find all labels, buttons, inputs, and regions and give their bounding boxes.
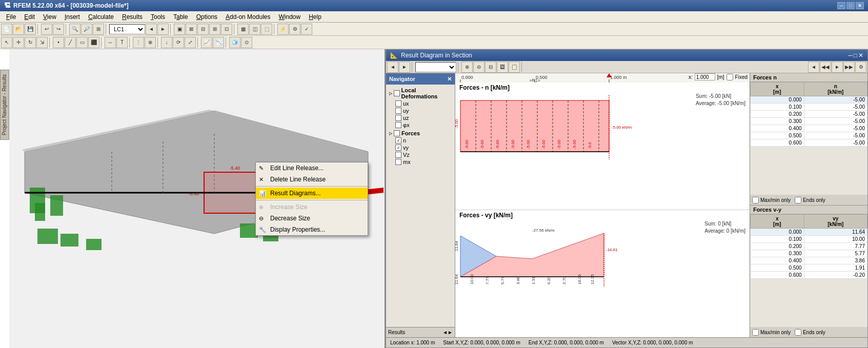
menu-addon[interactable]: Add-on Modules (221, 12, 274, 22)
menu-edit[interactable]: Edit (20, 12, 39, 22)
x-input[interactable] (695, 73, 715, 80)
ctx-decrease-size[interactable]: ⊖ Decrease Size (256, 213, 368, 224)
tb-render-5[interactable]: ⊡ (221, 24, 232, 35)
vy-checkbox[interactable]: ✓ (395, 145, 401, 151)
result-minimize[interactable]: ─ (848, 52, 853, 59)
lc-dropdown[interactable]: LC1 (109, 24, 145, 34)
expand-forces-icon[interactable]: ▷ (389, 131, 392, 136)
ux-checkbox[interactable] (395, 100, 401, 107)
uz-checkbox[interactable] (395, 115, 401, 121)
n-ends-checkbox[interactable] (795, 197, 801, 203)
n-maxmin-checkbox[interactable] (752, 197, 759, 203)
result-close[interactable]: ✕ (858, 52, 863, 59)
tb-zoom-out[interactable]: 🔎 (81, 24, 92, 35)
tb-3d-2[interactable]: ⊙ (241, 37, 252, 48)
tb-load-3[interactable]: ⤢ (185, 37, 196, 48)
fixed-checkbox[interactable] (726, 74, 733, 80)
phix-checkbox[interactable] (395, 122, 401, 128)
tb-load-1[interactable]: ↓ (161, 37, 172, 48)
tb-grid[interactable]: ⋮ (133, 37, 144, 48)
tb-line[interactable]: ╱ (65, 37, 76, 48)
tb-snap[interactable]: ⊕ (145, 37, 156, 48)
tb-result-1[interactable]: 📈 (201, 37, 212, 48)
deform-checkbox[interactable] (394, 90, 400, 96)
tb-rotate[interactable]: ↻ (25, 37, 36, 48)
minimize-button[interactable]: ─ (837, 2, 845, 9)
tb-render-1[interactable]: ▣ (174, 24, 185, 35)
tb-move[interactable]: ✛ (13, 37, 24, 48)
tb-dimension[interactable]: ↔ (105, 37, 116, 48)
ctx-delete-line-release[interactable]: ✕ Delete Line Release (256, 174, 368, 185)
close-button[interactable]: ✕ (856, 2, 864, 9)
tb-result-2[interactable]: 📉 (213, 37, 224, 48)
tb-scale[interactable]: ⇲ (36, 37, 48, 48)
rt-zoom1[interactable]: ⊕ (461, 62, 473, 73)
menu-calculate[interactable]: Calculate (84, 12, 118, 22)
tb-render-4[interactable]: ⊞ (209, 24, 220, 35)
tb-render-3[interactable]: ⊟ (197, 24, 209, 35)
tb-prev-lc[interactable]: ◄ (146, 24, 157, 35)
menu-table[interactable]: Table (169, 12, 192, 22)
navigator-close[interactable]: ✕ (447, 76, 452, 83)
tb-save[interactable]: 💾 (25, 24, 36, 35)
ctx-result-diagrams[interactable]: 📊 Result Diagrams... (256, 188, 368, 199)
vy-ends-checkbox[interactable] (795, 329, 801, 336)
forces-checkbox[interactable] (394, 130, 400, 136)
tb-calc-3[interactable]: ✓ (301, 24, 312, 35)
project-nav-tab[interactable]: Project Navigator - Results (0, 70, 9, 140)
menu-help[interactable]: Help (305, 12, 326, 22)
rt-export-img[interactable]: 🖼 (497, 62, 508, 73)
rt-settings[interactable]: ⚙ (855, 62, 866, 73)
data-n-scroll[interactable]: x[m] n[kN/m] 0.000-5.000.100-5.000.200-5… (750, 82, 867, 195)
menu-view[interactable]: View (39, 12, 60, 22)
tb-3d-1[interactable]: 🧊 (229, 37, 240, 48)
tb-undo[interactable]: ↩ (41, 24, 52, 35)
results-tab-label[interactable]: Results (388, 330, 442, 335)
menu-window[interactable]: Window (274, 12, 305, 22)
n-checkbox[interactable]: ✓ (395, 137, 401, 144)
tb-text[interactable]: T (116, 37, 128, 48)
tb-view-3[interactable]: ⬚ (261, 24, 272, 35)
tb-node[interactable]: • (53, 37, 64, 48)
tb-load-2[interactable]: ⟳ (173, 37, 184, 48)
rt-nav-prev[interactable]: ◄ (808, 62, 819, 73)
rt-next[interactable]: ► (399, 62, 410, 73)
rt-export-xls[interactable]: 📋 (509, 62, 520, 73)
rt-nav-next[interactable]: ► (832, 62, 843, 73)
expand-deform-icon[interactable]: ▷ (389, 91, 392, 96)
rt-prev[interactable]: ◄ (387, 62, 398, 73)
ctx-edit-line-release[interactable]: ✎ Edit Line Release... (256, 162, 368, 174)
tb-solid[interactable]: ⬛ (88, 37, 99, 48)
maximize-button[interactable]: □ (846, 2, 855, 9)
tb-select[interactable]: ↖ (1, 37, 12, 48)
ctx-display-properties[interactable]: 🔧 Display Properties... (256, 224, 368, 235)
scene-3d[interactable]: -5.40 -5.40 ✎ Edit Line Release.. (9, 49, 385, 348)
menu-results[interactable]: Results (118, 12, 147, 22)
tb-view-1[interactable]: ▦ (237, 24, 249, 35)
tb-surface[interactable]: ▭ (76, 37, 88, 48)
vz-checkbox[interactable] (395, 152, 401, 158)
tb-view-2[interactable]: ◫ (249, 24, 260, 35)
rt-nav-prev2[interactable]: ◀◀ (820, 62, 831, 73)
rt-section-select[interactable] (415, 62, 456, 72)
menu-insert[interactable]: Insert (60, 12, 84, 22)
tb-next-lc[interactable]: ► (157, 24, 169, 35)
rt-nav-next2[interactable]: ▶▶ (843, 62, 855, 73)
rt-zoom3[interactable]: ⊟ (485, 62, 496, 73)
tb-calc-2[interactable]: ⚙ (289, 24, 300, 35)
rt-zoom2[interactable]: ⊖ (473, 62, 485, 73)
menu-options[interactable]: Options (192, 12, 221, 22)
tb-redo[interactable]: ↪ (53, 24, 64, 35)
tb-new[interactable]: 📄 (1, 24, 12, 35)
nav-next-arrow[interactable]: ► (448, 330, 453, 335)
data-vy-scroll[interactable]: x[m] vy[kN/m] 0.00011.640.10010.000.2007… (750, 214, 867, 327)
uy-checkbox[interactable] (395, 108, 401, 114)
menu-tools[interactable]: Tools (147, 12, 169, 22)
tb-render-2[interactable]: ⊠ (186, 24, 197, 35)
tb-zoom-all[interactable]: ⊞ (93, 24, 104, 35)
vy-maxmin-checkbox[interactable] (752, 329, 759, 336)
nav-prev-arrow[interactable]: ◄ (442, 330, 448, 335)
result-maximize[interactable]: □ (854, 52, 857, 59)
menu-file[interactable]: File (2, 12, 20, 22)
tb-calc-1[interactable]: ⚡ (277, 24, 289, 35)
